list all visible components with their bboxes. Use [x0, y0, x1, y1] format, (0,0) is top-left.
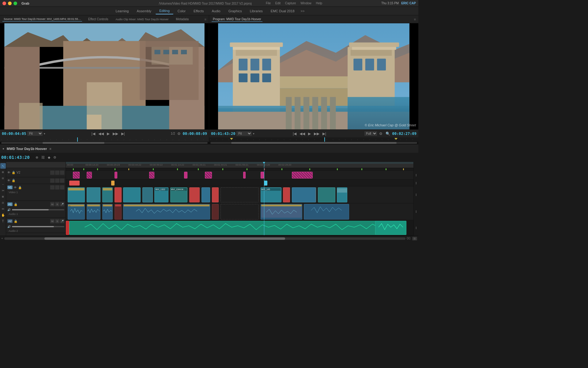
v1-btn3[interactable] [60, 185, 64, 190]
source-tab-source[interactable]: Source: MWD Tour Day1b Hoover: MVI_1400.… [2, 17, 82, 21]
v1-clip-5[interactable] [142, 187, 153, 202]
program-export[interactable]: 🔍 [385, 131, 391, 136]
tl-fit-btn[interactable]: ⊞ [412, 237, 417, 240]
v2-clip-9[interactable] [292, 172, 313, 178]
tl-tool-settings[interactable]: ⚙ [52, 155, 57, 160]
program-play-fwd[interactable]: ▶▶ [313, 131, 320, 136]
tab-emc[interactable]: EMC Dual 2018 [267, 8, 298, 14]
v1-clip-1[interactable] [68, 187, 85, 202]
tool-slide[interactable]: ⊡ [0, 200, 6, 205]
v1-eye[interactable]: 👁 [14, 186, 17, 189]
v1-clip-6[interactable]: MVI_1322 [154, 187, 168, 202]
rr-a2-resize[interactable]: ⁝ [414, 220, 418, 236]
timeline-scrollbar[interactable] [4, 237, 405, 240]
source-tab-audiomix[interactable]: Audio Clip Mixer: MWD Tour Day1b Hoover [114, 17, 170, 21]
tab-libraries[interactable]: Libraries [246, 8, 266, 14]
a2-clip-end[interactable] [375, 221, 406, 235]
source-step-fwd[interactable]: ▶| [120, 131, 126, 136]
program-zoom-arrow[interactable]: ▾ [253, 132, 254, 135]
v2-btn2[interactable] [55, 171, 59, 175]
program-step-back[interactable]: |◀ [292, 131, 297, 136]
v1sub-clip-selected[interactable] [264, 181, 267, 186]
source-settings[interactable]: ⚙ [176, 131, 182, 136]
track-lane-v1-sub[interactable] [66, 180, 413, 186]
v1top-eye[interactable]: 👁 [7, 179, 10, 182]
v1-clip-12[interactable] [283, 187, 290, 202]
tool-razor[interactable]: ✂ [0, 188, 6, 193]
a1-clip-1[interactable]: ⚠ [68, 204, 85, 220]
a1-clip-long[interactable] [123, 204, 210, 220]
a1-clip-5[interactable] [261, 204, 302, 220]
a1-mic[interactable]: 🎤 [60, 202, 64, 206]
tool-rate[interactable]: ↔ [0, 182, 6, 187]
a2-lock[interactable]: 🔒 [14, 220, 17, 223]
tool-hand[interactable]: ✋ [0, 212, 6, 218]
program-settings[interactable]: ⚙ [378, 131, 383, 136]
tool-ripple[interactable]: ⊞ [0, 169, 6, 175]
a1-m[interactable]: M [50, 202, 55, 206]
a2-s[interactable]: S [55, 219, 59, 223]
v1-clip-3[interactable] [102, 187, 113, 202]
program-panel-menu[interactable]: ≡ [414, 17, 416, 21]
tool-selection[interactable]: ↖ [0, 163, 6, 169]
program-step-fwd[interactable]: ▶| [322, 131, 327, 136]
tab-assembly[interactable]: Assembly [133, 8, 155, 14]
a1-clip-err2[interactable] [212, 204, 219, 220]
v2-btn1[interactable] [50, 171, 55, 175]
v2-clip-6[interactable] [205, 172, 212, 178]
minimize-button[interactable] [8, 2, 12, 5]
v1-btn1[interactable] [50, 185, 55, 190]
source-tab-effects[interactable]: Effect Controls [87, 17, 109, 21]
v1-clip-8[interactable] [189, 187, 200, 202]
v1top-lock[interactable]: 🔒 [12, 179, 15, 182]
v1top-btn1[interactable] [50, 178, 55, 183]
a1-clip-2[interactable] [87, 204, 100, 220]
tl-tool-keyframe[interactable]: ◆ [47, 155, 51, 160]
a2-vol-slider[interactable] [12, 226, 64, 227]
a2-mic[interactable]: 🎤 [60, 219, 64, 223]
tool-roll[interactable]: ⊟ [0, 175, 6, 181]
v2-lock[interactable]: 🔒 [12, 171, 15, 174]
program-zoom-select[interactable]: Fit 25% 50% 100% [236, 131, 252, 136]
v2-clip-1[interactable] [73, 172, 80, 178]
v1-target[interactable]: V1 [7, 186, 13, 189]
track-lane-a1[interactable]: ⚠ [66, 203, 413, 220]
menu-edit[interactable]: Edit [275, 2, 281, 5]
a1-target[interactable]: A1 [7, 202, 13, 206]
a2-m[interactable]: M [50, 219, 55, 223]
source-play-stop[interactable]: ▶ [106, 131, 111, 136]
track-lane-a2[interactable] [66, 220, 413, 236]
tab-learning[interactable]: Learning [112, 8, 133, 14]
v1sub-clip-1[interactable] [69, 181, 80, 186]
rr-v2-resize[interactable]: ⁝ [414, 171, 418, 180]
v1-clip-err[interactable] [115, 187, 122, 202]
a1-s[interactable]: S [55, 202, 59, 206]
source-panel-menu[interactable]: ≡ [205, 17, 206, 21]
program-play[interactable]: ▶ [307, 131, 312, 136]
tl-tool-unlink[interactable]: ⛓ [40, 155, 46, 160]
rr-a1-resize[interactable]: ⁝ [414, 203, 418, 220]
tl-scroll-end[interactable]: 00: [407, 237, 411, 240]
program-play-back[interactable]: ◀◀ [299, 131, 306, 136]
a1-vol-slider[interactable] [12, 209, 64, 210]
v1-clip-14[interactable] [318, 187, 335, 202]
a1-clip-err[interactable] [115, 204, 122, 220]
menu-window[interactable]: Window [300, 2, 311, 5]
v1-lock[interactable]: 🔒 [18, 186, 22, 189]
tab-editing[interactable]: Editing [156, 8, 173, 14]
source-step-back[interactable]: |◀ [90, 131, 96, 136]
v1-clip-7[interactable]: MVI_1344.MP4 [V] [170, 187, 188, 202]
menu-capture[interactable]: Capture [285, 2, 296, 5]
v1-clip-4[interactable] [123, 187, 141, 202]
source-play-back[interactable]: ◀◀ [97, 131, 105, 136]
source-scrollbar[interactable] [1, 142, 208, 144]
tool-slip[interactable]: ⊠ [0, 194, 6, 199]
tool-pen[interactable]: ✏ [0, 206, 6, 212]
v1sub-clip-2[interactable] [111, 181, 115, 186]
v2-eye[interactable]: 👁 [7, 171, 10, 174]
tab-color[interactable]: Color [174, 8, 189, 14]
a2-clip-main[interactable] [69, 221, 406, 235]
source-play-fwd[interactable]: ▶▶ [112, 131, 119, 136]
program-scrollbar[interactable] [210, 142, 417, 144]
a2-clip-err[interactable] [66, 221, 69, 235]
